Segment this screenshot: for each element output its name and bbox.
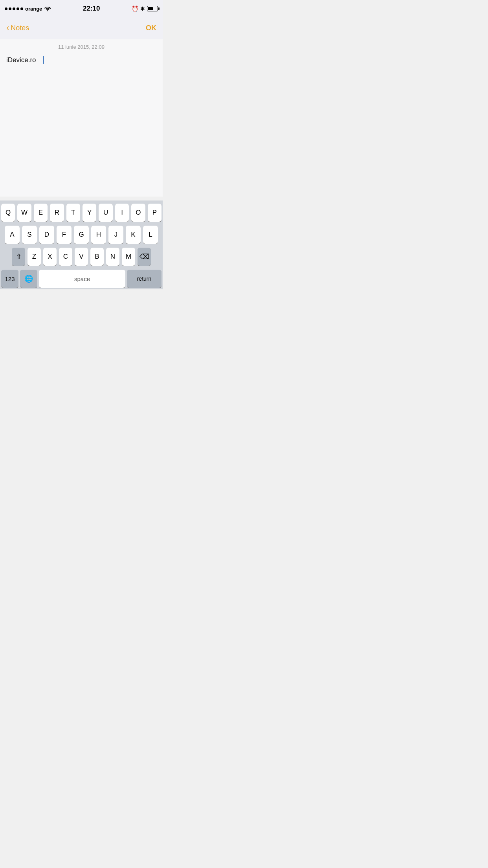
signal-dot-2 [9,7,11,10]
key-b[interactable]: B [90,248,104,266]
note-content-area[interactable]: 11 iunie 2015, 22:09 iDevice.ro [0,39,163,197]
ok-button[interactable]: OK [146,24,156,32]
status-left: orange [5,6,51,12]
battery-level [148,7,153,10]
signal-dot-4 [17,7,19,10]
back-button[interactable]: ‹ Notes [6,24,29,32]
signal-strength [5,7,23,10]
key-c[interactable]: C [59,248,72,266]
key-return[interactable]: return [127,270,161,288]
key-g[interactable]: G [74,226,89,244]
key-k[interactable]: K [126,226,141,244]
key-e[interactable]: E [34,204,48,222]
signal-dot-3 [13,7,15,10]
key-l[interactable]: L [143,226,158,244]
battery-indicator [147,6,158,11]
key-u[interactable]: U [99,204,112,222]
alarm-icon: ⏰ [132,6,138,12]
wifi-icon [44,6,51,11]
battery-icon [147,6,158,11]
status-right: ⏰ ✱ [132,6,158,12]
key-p[interactable]: P [148,204,161,222]
back-label: Notes [11,24,29,32]
status-time: 22:10 [83,5,100,13]
key-numbers[interactable]: 123 [1,270,18,288]
status-bar: orange 22:10 ⏰ ✱ [0,0,163,17]
keyboard-row-4: 123 🌐 space return [1,270,161,288]
key-w[interactable]: W [17,204,31,222]
signal-dot-5 [20,7,23,10]
key-emoji[interactable]: 🌐 [20,270,37,288]
key-d[interactable]: D [39,226,54,244]
key-z[interactable]: Z [28,248,41,266]
keyboard-row-1: Q W E R T Y U I O P [1,204,161,222]
note-body-text: iDevice.ro [6,56,36,64]
note-timestamp: 11 iunie 2015, 22:09 [6,44,156,50]
signal-dot-1 [5,7,7,10]
key-s[interactable]: S [22,226,37,244]
key-j[interactable]: J [108,226,123,244]
key-n[interactable]: N [106,248,119,266]
note-text[interactable]: iDevice.ro [6,55,156,65]
key-shift[interactable]: ⇧ [12,248,25,266]
nav-bar: ‹ Notes OK [0,17,163,39]
key-y[interactable]: Y [83,204,96,222]
key-h[interactable]: H [91,226,106,244]
keyboard: Q W E R T Y U I O P A S D F G H J K L ⇧ … [0,200,163,289]
key-i[interactable]: I [115,204,129,222]
key-v[interactable]: V [75,248,88,266]
key-delete[interactable]: ⌫ [138,248,151,266]
keyboard-row-2: A S D F G H J K L [1,226,161,244]
chevron-left-icon: ‹ [6,24,9,32]
key-space[interactable]: space [39,270,125,288]
key-a[interactable]: A [5,226,20,244]
key-m[interactable]: M [122,248,135,266]
key-f[interactable]: F [57,226,72,244]
carrier-name: orange [25,6,42,12]
keyboard-row-3: ⇧ Z X C V B N M ⌫ [1,248,161,266]
key-x[interactable]: X [43,248,57,266]
key-q[interactable]: Q [1,204,15,222]
bluetooth-icon: ✱ [140,6,145,12]
key-r[interactable]: R [50,204,64,222]
text-cursor [43,56,44,64]
key-o[interactable]: O [131,204,145,222]
key-t[interactable]: T [66,204,80,222]
